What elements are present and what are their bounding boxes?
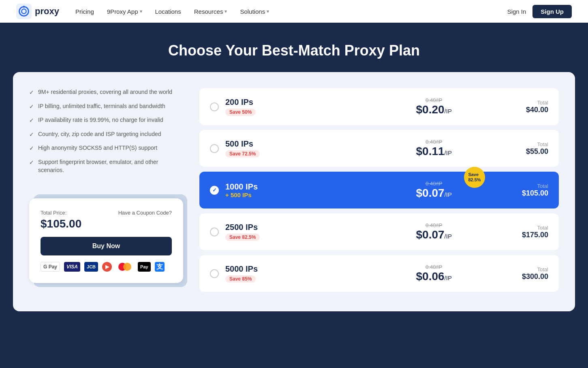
hero-section: Choose Your Best-Match Proxy Plan	[0, 23, 588, 72]
plan-total: Total $175.00	[508, 225, 548, 239]
buy-now-button[interactable]: Buy Now	[41, 237, 172, 255]
plans-list: 200 IPs Save 50% 0.40/IP $0.20/IP Total …	[199, 88, 559, 292]
nav-pricing[interactable]: Pricing	[75, 8, 94, 15]
plan-total-label: Total	[508, 141, 548, 147]
plan-total-amount: $175.00	[508, 231, 548, 239]
check-icon: ✓	[29, 159, 34, 167]
plan-total-label: Total	[508, 225, 548, 231]
feature-item: ✓Country, city, zip code and ISP targeti…	[29, 130, 183, 139]
chevron-down-icon: ▾	[267, 9, 269, 14]
feature-item: ✓IP availability rate is 99.99%, no char…	[29, 116, 183, 125]
plan-ips: 5000 IPs	[225, 264, 360, 274]
plan-total: Total $40.00	[508, 100, 548, 114]
features-list: ✓9M+ residential proxies, covering all a…	[29, 88, 183, 174]
save-badge: Save 50%	[225, 108, 256, 116]
nav-locations[interactable]: Locations	[155, 8, 181, 15]
plan-pricing: 0.40/IP $0.11/IP	[367, 139, 502, 158]
visa-icon: VISA	[64, 262, 80, 272]
payment-card: Total Price: $105.00 Have a Coupon Code?…	[29, 198, 183, 283]
payment-card-wrapper: Total Price: $105.00 Have a Coupon Code?…	[29, 198, 183, 283]
plan-total-amount: $300.00	[508, 272, 548, 281]
logo[interactable]: proxy	[16, 4, 59, 19]
applepay-icon: Pay	[138, 262, 151, 272]
feature-item: ✓Support fingerprint browser, emulator, …	[29, 158, 183, 174]
plan-current-price: $0.20/IP	[367, 103, 502, 116]
nav-solutions[interactable]: Solutions ▾	[240, 8, 269, 15]
plan-original-price: 0.40/IP	[367, 139, 502, 145]
plan-total-amount: $105.00	[508, 189, 548, 198]
plan-total-amount: $55.00	[508, 147, 548, 156]
plan-name: 1000 IPs + 500 IPs	[225, 182, 360, 198]
plan-total-label: Total	[508, 266, 548, 272]
plan-original-price: 0.40/IP	[367, 264, 502, 270]
plan-radio[interactable]	[210, 228, 219, 236]
plan-radio[interactable]	[210, 186, 219, 195]
per-ip: /IP	[445, 149, 452, 156]
plan-name: 5000 IPs Save 85%	[225, 264, 360, 283]
plan-name: 2500 IPs Save 82.5%	[225, 223, 360, 241]
navbar: proxy Pricing 9Proxy App ▾ Locations Res…	[0, 0, 588, 23]
per-ip: /IP	[445, 191, 452, 198]
check-icon: ✓	[29, 89, 34, 97]
plan-ips: 500 IPs	[225, 139, 360, 149]
plan-pricing: 0.40/IP $0.06/IP	[367, 264, 502, 283]
hero-title: Choose Your Best-Match Proxy Plan	[0, 42, 588, 59]
plan-ips: 2500 IPs	[225, 223, 360, 232]
plan-ips: 1000 IPs	[225, 182, 360, 191]
payment-methods: G Pay VISA JCB ▶ Pay 支	[41, 262, 172, 272]
save-badge: Save 72.5%	[225, 150, 260, 157]
plan-total-label: Total	[508, 100, 548, 106]
nav-app[interactable]: 9Proxy App ▾	[107, 8, 142, 15]
plan-radio[interactable]	[210, 269, 219, 278]
signin-button[interactable]: Sign In	[507, 8, 526, 15]
logo-icon	[16, 4, 32, 19]
plan-original-price: 0.40/IP	[367, 222, 502, 228]
feature-item: ✓9M+ residential proxies, covering all a…	[29, 88, 183, 97]
plan-total: Total $105.00	[508, 183, 548, 198]
plan-row[interactable]: 2500 IPs Save 82.5% 0.40/IP $0.07/IP Tot…	[199, 213, 559, 250]
plan-name: 200 IPs Save 50%	[225, 98, 360, 116]
check-icon: ✓	[29, 117, 34, 125]
plan-current-price: $0.11/IP	[367, 145, 502, 158]
plan-radio[interactable]	[210, 144, 219, 153]
plan-total: Total $300.00	[508, 266, 548, 281]
plan-row[interactable]: 500 IPs Save 72.5% 0.40/IP $0.11/IP Tota…	[199, 130, 559, 167]
plan-name: 500 IPs Save 72.5%	[225, 139, 360, 157]
plan-row[interactable]: 5000 IPs Save 85% 0.40/IP $0.06/IP Total…	[199, 255, 559, 292]
save-badge: Save 85%	[225, 275, 256, 283]
jcb-icon: JCB	[84, 262, 98, 272]
googlepay-icon: G Pay	[41, 262, 60, 272]
nav-resources[interactable]: Resources ▾	[194, 8, 227, 15]
plan-current-price: $0.07/IP	[367, 187, 502, 200]
per-ip: /IP	[445, 233, 452, 240]
check-icon: ✓	[29, 145, 34, 153]
plan-current-price: $0.06/IP	[367, 270, 502, 283]
nav-actions: Sign In Sign Up	[507, 5, 572, 18]
plan-total-label: Total	[508, 183, 548, 189]
coupon-code-link[interactable]: Have a Coupon Code?	[118, 210, 172, 216]
plan-pricing: 0.40/IP $0.20/IP	[367, 97, 502, 116]
plan-row[interactable]: 200 IPs Save 50% 0.40/IP $0.20/IP Total …	[199, 88, 559, 125]
plan-pricing: 0.40/IP $0.07/IP	[367, 222, 502, 241]
per-ip: /IP	[445, 274, 452, 281]
per-ip: /IP	[445, 108, 452, 115]
plan-radio[interactable]	[210, 102, 219, 111]
plan-bonus: + 500 IPs	[225, 191, 360, 198]
avast-icon: ▶	[102, 262, 112, 272]
save-badge: Save 82.5%	[225, 234, 260, 241]
plan-original-price: 0.40/IP	[367, 97, 502, 103]
plan-current-price: $0.07/IP	[367, 228, 502, 241]
feature-item: ✓IP billing, unlimited traffic, terminal…	[29, 102, 183, 111]
alipay-icon: 支	[155, 262, 165, 272]
logo-text: proxy	[35, 6, 59, 17]
plan-row[interactable]: Save82.5% 1000 IPs + 500 IPs 0.40/IP $0.…	[199, 172, 559, 208]
save-top-badge: Save82.5%	[464, 167, 485, 188]
nav-links: Pricing 9Proxy App ▾ Locations Resources…	[75, 8, 507, 15]
plan-ips: 200 IPs	[225, 98, 360, 107]
signup-button[interactable]: Sign Up	[532, 5, 572, 18]
main-content: ✓9M+ residential proxies, covering all a…	[13, 72, 575, 311]
check-icon: ✓	[29, 103, 34, 111]
total-price-amount: $105.00	[41, 217, 172, 230]
svg-point-3	[23, 6, 25, 8]
chevron-down-icon: ▾	[140, 9, 142, 14]
